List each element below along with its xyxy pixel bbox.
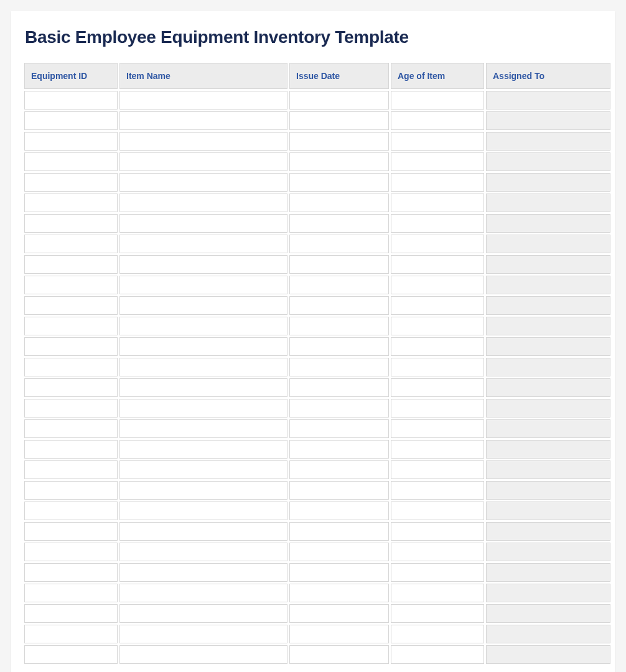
cell-issue-date[interactable]: [289, 173, 389, 192]
cell-equipment-id[interactable]: [24, 255, 118, 274]
cell-age-of-item[interactable]: [391, 625, 484, 643]
cell-equipment-id[interactable]: [24, 214, 118, 233]
cell-item-name[interactable]: [119, 317, 287, 335]
cell-assigned-to[interactable]: [486, 440, 610, 459]
cell-equipment-id[interactable]: [24, 584, 118, 602]
cell-issue-date[interactable]: [289, 419, 389, 438]
cell-age-of-item[interactable]: [391, 399, 484, 418]
cell-item-name[interactable]: [119, 645, 287, 664]
cell-issue-date[interactable]: [289, 399, 389, 418]
cell-equipment-id[interactable]: [24, 378, 118, 397]
cell-equipment-id[interactable]: [24, 563, 118, 582]
cell-assigned-to[interactable]: [486, 358, 610, 376]
cell-item-name[interactable]: [119, 543, 287, 561]
cell-item-name[interactable]: [119, 378, 287, 397]
cell-age-of-item[interactable]: [391, 419, 484, 438]
cell-issue-date[interactable]: [289, 317, 389, 335]
cell-equipment-id[interactable]: [24, 543, 118, 561]
cell-equipment-id[interactable]: [24, 358, 118, 376]
cell-assigned-to[interactable]: [486, 543, 610, 561]
cell-assigned-to[interactable]: [486, 235, 610, 253]
cell-age-of-item[interactable]: [391, 317, 484, 335]
cell-age-of-item[interactable]: [391, 214, 484, 233]
cell-issue-date[interactable]: [289, 111, 389, 130]
cell-issue-date[interactable]: [289, 276, 389, 294]
cell-item-name[interactable]: [119, 276, 287, 294]
cell-item-name[interactable]: [119, 91, 287, 110]
cell-item-name[interactable]: [119, 132, 287, 151]
cell-issue-date[interactable]: [289, 255, 389, 274]
cell-age-of-item[interactable]: [391, 337, 484, 356]
cell-age-of-item[interactable]: [391, 645, 484, 664]
cell-equipment-id[interactable]: [24, 152, 118, 171]
cell-equipment-id[interactable]: [24, 132, 118, 151]
cell-item-name[interactable]: [119, 194, 287, 212]
cell-assigned-to[interactable]: [486, 563, 610, 582]
cell-assigned-to[interactable]: [486, 645, 610, 664]
cell-equipment-id[interactable]: [24, 337, 118, 356]
cell-age-of-item[interactable]: [391, 604, 484, 623]
cell-equipment-id[interactable]: [24, 481, 118, 500]
cell-issue-date[interactable]: [289, 625, 389, 643]
cell-assigned-to[interactable]: [486, 173, 610, 192]
cell-issue-date[interactable]: [289, 543, 389, 561]
cell-issue-date[interactable]: [289, 460, 389, 479]
cell-item-name[interactable]: [119, 419, 287, 438]
cell-equipment-id[interactable]: [24, 522, 118, 541]
cell-issue-date[interactable]: [289, 358, 389, 376]
cell-issue-date[interactable]: [289, 645, 389, 664]
cell-issue-date[interactable]: [289, 152, 389, 171]
cell-age-of-item[interactable]: [391, 378, 484, 397]
cell-item-name[interactable]: [119, 358, 287, 376]
cell-age-of-item[interactable]: [391, 173, 484, 192]
cell-assigned-to[interactable]: [486, 152, 610, 171]
cell-assigned-to[interactable]: [486, 255, 610, 274]
cell-item-name[interactable]: [119, 584, 287, 602]
cell-age-of-item[interactable]: [391, 235, 484, 253]
cell-assigned-to[interactable]: [486, 460, 610, 479]
cell-age-of-item[interactable]: [391, 132, 484, 151]
cell-item-name[interactable]: [119, 214, 287, 233]
cell-issue-date[interactable]: [289, 481, 389, 500]
cell-assigned-to[interactable]: [486, 214, 610, 233]
cell-assigned-to[interactable]: [486, 337, 610, 356]
cell-issue-date[interactable]: [289, 502, 389, 520]
cell-age-of-item[interactable]: [391, 194, 484, 212]
cell-item-name[interactable]: [119, 481, 287, 500]
cell-issue-date[interactable]: [289, 522, 389, 541]
cell-age-of-item[interactable]: [391, 502, 484, 520]
cell-issue-date[interactable]: [289, 563, 389, 582]
cell-age-of-item[interactable]: [391, 563, 484, 582]
cell-age-of-item[interactable]: [391, 440, 484, 459]
cell-issue-date[interactable]: [289, 132, 389, 151]
cell-equipment-id[interactable]: [24, 91, 118, 110]
cell-item-name[interactable]: [119, 296, 287, 315]
cell-issue-date[interactable]: [289, 214, 389, 233]
cell-item-name[interactable]: [119, 399, 287, 418]
cell-age-of-item[interactable]: [391, 111, 484, 130]
cell-equipment-id[interactable]: [24, 111, 118, 130]
cell-assigned-to[interactable]: [486, 604, 610, 623]
cell-item-name[interactable]: [119, 235, 287, 253]
cell-equipment-id[interactable]: [24, 419, 118, 438]
cell-issue-date[interactable]: [289, 296, 389, 315]
cell-equipment-id[interactable]: [24, 194, 118, 212]
cell-item-name[interactable]: [119, 337, 287, 356]
cell-assigned-to[interactable]: [486, 481, 610, 500]
cell-item-name[interactable]: [119, 440, 287, 459]
cell-item-name[interactable]: [119, 604, 287, 623]
cell-equipment-id[interactable]: [24, 173, 118, 192]
cell-assigned-to[interactable]: [486, 111, 610, 130]
cell-issue-date[interactable]: [289, 440, 389, 459]
cell-assigned-to[interactable]: [486, 194, 610, 212]
cell-equipment-id[interactable]: [24, 625, 118, 643]
cell-age-of-item[interactable]: [391, 481, 484, 500]
cell-age-of-item[interactable]: [391, 91, 484, 110]
cell-assigned-to[interactable]: [486, 419, 610, 438]
cell-item-name[interactable]: [119, 111, 287, 130]
cell-age-of-item[interactable]: [391, 255, 484, 274]
cell-age-of-item[interactable]: [391, 460, 484, 479]
cell-item-name[interactable]: [119, 460, 287, 479]
cell-item-name[interactable]: [119, 255, 287, 274]
cell-age-of-item[interactable]: [391, 296, 484, 315]
